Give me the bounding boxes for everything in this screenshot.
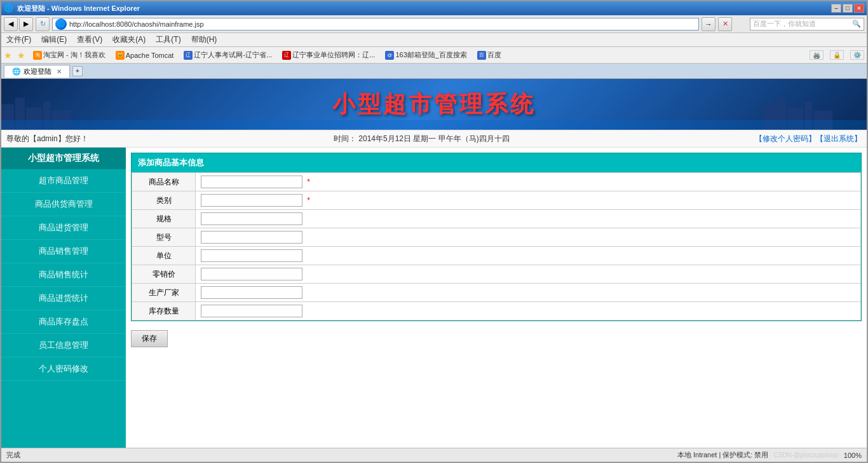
table-row: 商品名称 * [132,173,861,191]
refresh-button[interactable]: ↻ [36,17,50,31]
sidebar-item-password[interactable]: 个人密码修改 [1,357,126,381]
save-button[interactable]: 保存 [131,330,168,347]
search-bar[interactable]: 百度一下，你就知道 🔍 [750,18,864,31]
stop-button[interactable]: ✕ [718,17,732,31]
current-tab[interactable]: 🌐 欢迎登陆 ✕ [4,65,70,78]
fav-163mail-label: 163邮箱登陆_百度搜索 [395,50,466,60]
menu-file[interactable]: 文件(F) [6,34,31,45]
favorites-star: ★ [4,50,12,60]
table-row: 单位 [132,247,861,265]
print-button[interactable]: 🖨️ [810,50,824,60]
minimize-button[interactable]: – [831,4,841,13]
fav-liaoning-recruit-icon: 辽 [282,51,291,60]
sidebar-item-sales[interactable]: 商品销售管理 [1,240,126,263]
site-title: 小型超市管理系统 [332,89,536,120]
go-button[interactable]: → [702,17,715,31]
window-controls: – □ ✕ [831,4,864,13]
field-label-spec: 规格 [132,210,196,228]
table-row: 库存数量 [132,302,861,321]
new-tab-button[interactable]: + [72,66,83,76]
product-name-input[interactable] [201,176,302,188]
zoom-level: 100% [844,452,862,459]
forward-button[interactable]: ▶ [19,17,33,31]
field-input-unit [196,247,861,265]
top-status-bar: 尊敬的【admin】您好！ 时间： 2014年5月12日 星期一 甲午年（马)四… [1,130,867,148]
add-product-form: 添加商品基本信息 商品名称 * 类别 [131,153,862,321]
field-input-name: * [196,173,861,191]
fav-taobao[interactable]: 淘 淘宝网 - 淘！我喜欢 [31,50,108,60]
fav-tomcat-label: Apache Tomcat [126,52,174,59]
security-button[interactable]: 🔒 [830,50,844,60]
table-row: 规格 [132,210,861,228]
sidebar-item-products[interactable]: 超市商品管理 [1,169,126,193]
product-model-input[interactable] [201,231,302,244]
table-row: 生产厂家 [132,284,861,302]
favorites-bar: ★ ★ 淘 淘宝网 - 淘！我喜欢 🐱 Apache Tomcat 辽 辽宁人事… [1,47,867,64]
back-button[interactable]: ◀ [4,17,18,31]
fav-liaoning-exam[interactable]: 辽 辽宁人事考试网-辽宁省... [181,50,275,60]
field-input-model [196,228,861,247]
table-row: 类别 * [132,191,861,210]
table-row: 型号 [132,228,861,247]
sidebar-item-purchase-stats[interactable]: 商品进货统计 [1,287,126,310]
settings-button[interactable]: ⚙️ [850,50,864,60]
field-input-stock [196,302,861,321]
sidebar-item-suppliers[interactable]: 商品供货商管理 [1,193,126,216]
fav-liaoning-exam-label: 辽宁人事考试网-辽宁省... [194,50,272,60]
menu-edit[interactable]: 编辑(E) [41,34,67,45]
field-label-name: 商品名称 [132,173,196,191]
fav-tomcat[interactable]: 🐱 Apache Tomcat [113,50,177,60]
sidebar-title: 小型超市管理系统 [1,148,126,169]
product-price-input[interactable] [201,268,302,280]
modify-password-link[interactable]: 【修改个人密码】 [755,134,816,144]
close-button[interactable]: ✕ [854,4,864,13]
site-header: 小型超市管理系统 [1,79,867,130]
menu-view[interactable]: 查看(V) [77,34,102,45]
product-manufacturer-input[interactable] [201,286,302,299]
url-text: http://localhost:8080/chaoshi/mainframe.… [69,20,696,28]
maximize-button[interactable]: □ [843,4,853,13]
sidebar-item-sales-stats[interactable]: 商品销售统计 [1,263,126,287]
address-bar[interactable]: 🌐 http://localhost:8080/chaoshi/mainfram… [52,18,699,31]
product-stock-input[interactable] [201,305,302,317]
fav-liaoning-exam-icon: 辽 [184,51,193,60]
sidebar-item-employees[interactable]: 员工信息管理 [1,334,126,357]
field-label-manufacturer: 生产厂家 [132,284,196,302]
datetime-display: 时间： 2014年5月12日 星期一 甲午年（马)四月十四 [334,134,510,144]
product-category-input[interactable] [201,194,302,207]
logout-link[interactable]: 【退出系统】 [816,134,862,144]
page-load-status: 完成 [6,450,20,460]
page-icon: 🌐 [55,18,67,30]
search-icon[interactable]: 🔍 [852,20,861,28]
product-spec-input[interactable] [201,212,302,225]
search-placeholder: 百度一下，你就知道 [753,19,850,29]
tabs-row: 🌐 欢迎登陆 ✕ + [1,64,867,79]
menu-help[interactable]: 帮助(H) [191,34,217,45]
fav-taobao-label: 淘宝网 - 淘！我喜欢 [43,50,105,60]
fav-baidu-label: 百度 [487,50,501,60]
content-panel: 添加商品基本信息 商品名称 * 类别 [126,148,867,448]
field-label-price: 零销价 [132,265,196,284]
sidebar: 小型超市管理系统 超市商品管理 商品供货商管理 商品进货管理 商品销售管理 商品… [1,148,126,448]
fav-liaoning-recruit[interactable]: 辽 辽宁事业单位招聘网：辽... [280,50,377,60]
menu-tools[interactable]: 工具(T) [156,34,180,45]
sidebar-item-purchase[interactable]: 商品进货管理 [1,216,126,240]
fav-baidu[interactable]: 百 百度 [475,50,504,60]
fav-163mail-icon: @ [385,51,394,60]
fav-163mail[interactable]: @ 163邮箱登陆_百度搜索 [383,50,469,60]
fav-liaoning-recruit-label: 辽宁事业单位招聘网：辽... [292,50,375,60]
content-area: 小型超市管理系统 尊敬的【admin】您好！ 时间： 2014年5月12日 星期… [1,79,867,448]
browser-window: 🌐 欢迎登陆 - Windows Internet Explorer – □ ✕… [0,0,868,463]
field-input-category: * [196,191,861,210]
security-status: 本地 Intranet | 保护模式: 禁用 [677,450,768,460]
sidebar-item-inventory[interactable]: 商品库存盘点 [1,310,126,334]
product-unit-input[interactable] [201,249,302,262]
window-title: 欢迎登陆 - Windows Internet Explorer [17,4,140,13]
svg-rect-10 [1,120,867,130]
form-table: 商品名称 * 类别 * [132,172,861,321]
field-label-category: 类别 [132,191,196,210]
required-mark-category: * [307,196,310,205]
field-label-unit: 单位 [132,247,196,265]
menu-favorites[interactable]: 收藏夹(A) [112,34,146,45]
fav-taobao-icon: 淘 [33,51,42,60]
